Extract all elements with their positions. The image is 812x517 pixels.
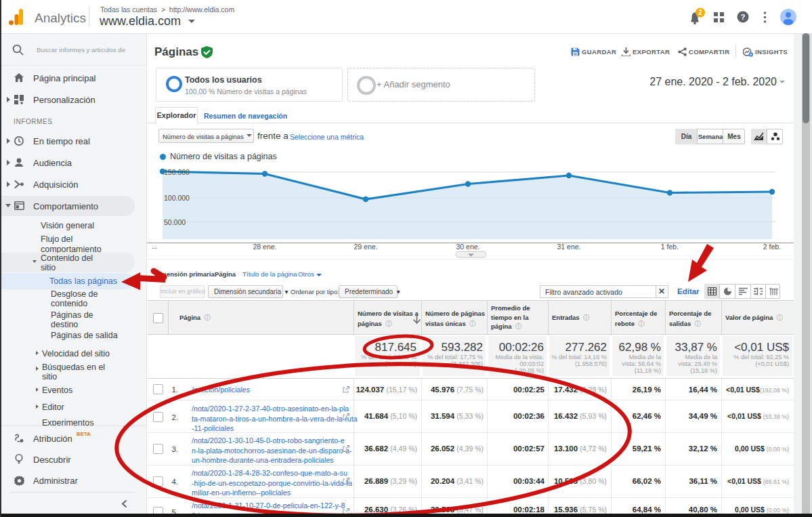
svg-text:29 ene.: 29 ene. (354, 243, 377, 251)
svg-text:31 ene.: 31 ene. (557, 243, 580, 251)
svg-text:...: ... (152, 242, 158, 250)
svg-text:150.000: 150.000 (164, 168, 190, 176)
svg-text:50.000: 50.000 (164, 218, 186, 226)
svg-text:2 feb.: 2 feb. (763, 243, 781, 251)
svg-text:100.000: 100.000 (164, 194, 190, 202)
svg-text:28 ene.: 28 ene. (253, 243, 276, 251)
svg-text:2: 2 (698, 9, 702, 16)
svg-text:1 feb.: 1 feb. (661, 243, 679, 251)
svg-text:?: ? (741, 13, 746, 21)
svg-text:30 ene.: 30 ene. (456, 243, 479, 251)
